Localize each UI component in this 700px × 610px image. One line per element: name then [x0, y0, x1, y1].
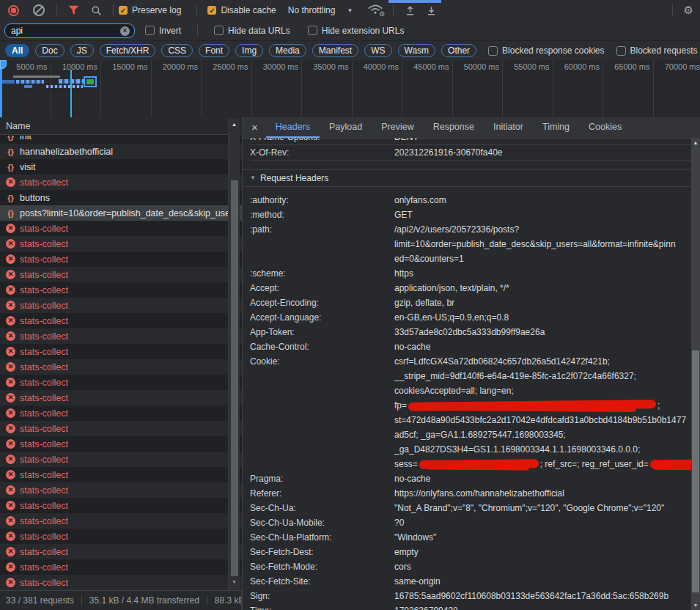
tab-payload[interactable]: Payload — [320, 117, 372, 138]
type-filter-row: AllDocJSFetch/XHRCSSFontImgMediaManifest… — [0, 41, 700, 61]
filter-pill-wasm[interactable]: Wasm — [398, 44, 436, 57]
name-column-header[interactable]: Name — [0, 117, 242, 135]
request-row[interactable]: ✕stats-collect — [0, 236, 242, 251]
blocked-requests-checkbox[interactable] — [616, 46, 626, 56]
clear-network-log-icon[interactable] — [33, 4, 45, 16]
tab-timing[interactable]: Timing — [533, 117, 579, 138]
request-row[interactable]: {}buttons — [0, 190, 242, 205]
request-row[interactable]: ✕stats-collect — [0, 529, 242, 544]
request-name: stats-collect — [20, 301, 68, 311]
disable-cache-checkbox[interactable] — [207, 6, 216, 15]
request-row[interactable]: ✕stats-collect — [0, 174, 242, 190]
chevron-down-icon[interactable]: ▼ — [347, 7, 353, 14]
header-name: Cookie: — [250, 354, 394, 471]
request-row[interactable]: ✕stats-collect — [0, 421, 242, 436]
request-row[interactable]: ✕stats-collect — [0, 267, 242, 282]
network-conditions-icon[interactable]: ⚙ — [367, 4, 383, 16]
filter-pill-img[interactable]: Img — [235, 44, 263, 57]
header-name: Sign: — [250, 589, 394, 603]
clear-filter-icon[interactable]: × — [120, 26, 130, 36]
request-row[interactable]: {}init — [0, 136, 242, 144]
close-icon[interactable]: × — [243, 117, 266, 138]
request-row[interactable]: ✕stats-collect — [0, 498, 242, 513]
tab-response[interactable]: Response — [424, 117, 484, 138]
scrollbar-thumb[interactable] — [231, 180, 238, 576]
overview-left-handle-grip[interactable] — [0, 60, 7, 69]
scroll-up-icon[interactable]: ▲ — [229, 122, 240, 127]
request-row[interactable]: ✕stats-collect — [0, 452, 242, 467]
waterfall-overview[interactable]: 5000 ms10000 ms15000 ms20000 ms25000 ms3… — [0, 60, 700, 118]
request-row[interactable]: ✕stats-collect — [0, 482, 242, 498]
header-value-line: /api2/v2/users/20572336/posts? — [394, 222, 691, 237]
filter-pill-other[interactable]: Other — [441, 44, 476, 57]
request-name: stats-collect — [20, 485, 68, 496]
filter-pill-all[interactable]: All — [5, 44, 29, 57]
blocked-response-cookies-checkbox[interactable] — [488, 46, 498, 56]
request-row[interactable]: ✕stats-collect — [0, 513, 242, 529]
tab-initiator[interactable]: Initiator — [484, 117, 533, 138]
failed-request-icon: ✕ — [6, 439, 15, 449]
search-icon[interactable] — [91, 5, 102, 16]
request-list-scrollbar[interactable]: ▲ ▼ — [228, 119, 240, 590]
request-row[interactable]: ✕stats-collect — [0, 282, 242, 298]
request-name: stats-collect — [20, 347, 68, 357]
filter-pill-fetch-xhr[interactable]: Fetch/XHR — [100, 44, 156, 57]
failed-request-icon: ✕ — [6, 562, 15, 572]
request-row[interactable]: ✕stats-collect — [0, 344, 242, 359]
request-row[interactable]: ✕stats-collect — [0, 467, 242, 482]
hide-extension-urls-checkbox[interactable] — [308, 26, 317, 35]
filter-pill-doc[interactable]: Doc — [35, 44, 64, 57]
fetch-xhr-icon: {} — [6, 147, 15, 156]
request-row[interactable]: ✕stats-collect — [0, 405, 242, 421]
tab-headers[interactable]: Headers — [266, 117, 320, 138]
request-row[interactable]: {}visit — [0, 159, 242, 174]
scrollbar-thumb[interactable] — [692, 350, 699, 592]
filter-funnel-icon[interactable] — [68, 5, 79, 15]
request-row[interactable]: ✕stats-collect — [0, 251, 242, 267]
record-stop-icon[interactable] — [8, 5, 19, 16]
request-headers-section[interactable]: ▼ Request Headers — [243, 169, 691, 187]
request-row[interactable]: ✕stats-collect — [0, 375, 242, 390]
invert-checkbox[interactable] — [145, 26, 155, 35]
request-row[interactable]: ✕stats-collect — [0, 575, 242, 590]
header-row: Cache-Control:no-cache — [250, 339, 691, 354]
header-value: ?0 — [394, 515, 691, 530]
header-value-line: gzip, deflate, br — [394, 295, 691, 310]
header-row: X-Frame-Options: DENY — [250, 138, 691, 145]
filter-pill-media[interactable]: Media — [269, 44, 306, 57]
request-row[interactable]: {}posts?limit=10&order=publish_date_desc… — [0, 205, 242, 221]
request-row[interactable]: ✕stats-collect — [0, 544, 242, 559]
request-row[interactable]: ✕stats-collect — [0, 221, 242, 236]
filter-search-input[interactable] — [4, 23, 135, 38]
export-har-icon[interactable] — [426, 5, 437, 16]
filter-pill-ws[interactable]: WS — [364, 44, 391, 57]
hide-data-urls-checkbox[interactable] — [214, 26, 224, 35]
request-row[interactable]: ✕stats-collect — [0, 328, 242, 344]
request-name: stats-collect — [20, 362, 68, 372]
tab-cookies[interactable]: Cookies — [579, 117, 631, 138]
header-name: Sec-Fetch-Site: — [250, 574, 394, 589]
request-row[interactable]: {}hannahelizabethofficial — [0, 144, 242, 159]
scroll-down-icon[interactable]: ▼ — [229, 579, 240, 584]
header-value-line: ad5cf; _ga=GA1.1.689275447.1698003345; — [394, 427, 691, 442]
preserve-log-checkbox[interactable] — [119, 6, 128, 15]
request-row[interactable]: ✕stats-collect — [0, 559, 242, 575]
throttling-select[interactable]: No throttling — [288, 5, 336, 15]
details-scrollbar[interactable]: ▲ ▼ — [691, 138, 700, 610]
filter-pill-font[interactable]: Font — [199, 44, 229, 57]
scroll-up-icon[interactable]: ▲ — [691, 140, 700, 145]
filter-pill-js[interactable]: JS — [70, 44, 94, 57]
header-value: 33d57ade8c02dbc5a333db99ff9ae26a — [394, 325, 691, 339]
request-row[interactable]: ✕stats-collect — [0, 390, 242, 405]
request-row[interactable]: ✕stats-collect — [0, 359, 242, 375]
filter-pill-manifest[interactable]: Manifest — [312, 44, 358, 57]
tab-preview[interactable]: Preview — [372, 117, 423, 138]
request-row[interactable]: ✕stats-collect — [0, 313, 242, 328]
import-har-icon[interactable] — [405, 5, 416, 16]
filter-pill-css[interactable]: CSS — [161, 44, 193, 57]
scroll-down-icon[interactable]: ▼ — [691, 603, 700, 608]
request-name: stats-collect — [20, 516, 68, 526]
settings-gear-icon[interactable]: ⚙ — [684, 4, 693, 17]
request-row[interactable]: ✕stats-collect — [0, 436, 242, 452]
request-row[interactable]: ✕stats-collect — [0, 298, 242, 313]
